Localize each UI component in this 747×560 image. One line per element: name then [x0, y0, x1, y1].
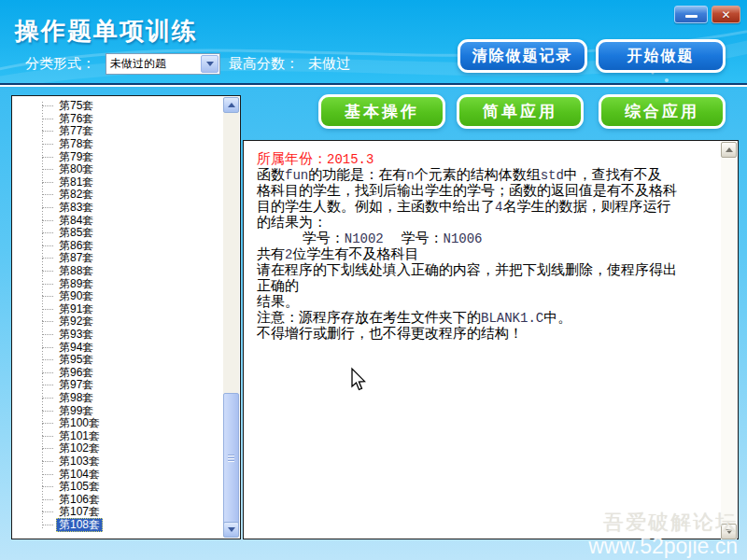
- set-list-item[interactable]: 第84套: [13, 214, 222, 227]
- question-line: 格科目的学生，找到后输出学生的学号；函数的返回值是有不及格科: [257, 183, 715, 199]
- tree-connector: [42, 525, 53, 525]
- tree-connector: [42, 385, 53, 385]
- scroll-down-button[interactable]: [721, 524, 737, 539]
- chevron-up-icon: [228, 103, 235, 107]
- tree-connector: [42, 284, 53, 285]
- chevron-down-icon: [206, 62, 214, 66]
- question-line: 共有2位学生有不及格科目: [257, 246, 715, 262]
- set-list-item[interactable]: 第99套: [13, 404, 222, 417]
- tree-connector: [42, 309, 53, 310]
- tree-connector: [42, 105, 53, 106]
- tree-connector: [42, 436, 53, 437]
- scroll-up-button[interactable]: [223, 97, 239, 113]
- clear-record-button[interactable]: 清除做题记录: [458, 39, 587, 73]
- set-list-item[interactable]: 第106套: [13, 493, 222, 506]
- tab-basic-operation[interactable]: 基本操作: [318, 94, 445, 129]
- scroll-down-button[interactable]: [223, 522, 239, 538]
- category-select[interactable]: 未做过的题: [106, 53, 220, 75]
- set-list-item[interactable]: 第95套: [13, 354, 222, 367]
- set-list-item[interactable]: 第75套: [13, 100, 222, 113]
- question-line: 请在程序的下划线处填入正确的内容，并把下划线删除，使程序得出: [257, 262, 715, 278]
- tree-connector: [42, 182, 53, 183]
- set-list: 第75套第76套第77套第78套第79套第80套第81套第82套第83套第84套…: [13, 100, 222, 537]
- question-line: 所属年份：2015.3: [257, 151, 715, 167]
- divider-highlight: [0, 85, 747, 87]
- question-line: 学号：N1002 学号：N1006: [257, 231, 715, 246]
- category-select-value: 未做过的题: [106, 56, 201, 72]
- set-list-item[interactable]: 第102套: [13, 442, 222, 455]
- question-panel: 所属年份：2015.3函数fun的功能是：在有n个元素的结构体数组std中，查找…: [243, 140, 739, 539]
- set-list-item[interactable]: 第81套: [13, 176, 222, 189]
- chevron-up-icon: [726, 147, 733, 152]
- tree-connector: [42, 411, 53, 412]
- set-list-item[interactable]: 第90套: [13, 290, 222, 303]
- tree-connector: [42, 511, 53, 512]
- set-list-item[interactable]: 第98套: [13, 392, 222, 405]
- set-list-item[interactable]: 第87套: [13, 252, 222, 265]
- set-list-item[interactable]: 第79套: [13, 150, 222, 163]
- chevron-down-icon: [228, 527, 235, 532]
- set-list-item[interactable]: 第83套: [13, 202, 222, 215]
- set-list-item[interactable]: 第85套: [13, 227, 222, 240]
- question-line: 函数fun的功能是：在有n个元素的结构体数组std中，查找有不及: [257, 167, 715, 183]
- tree-connector: [42, 207, 53, 208]
- set-list-item[interactable]: 第76套: [13, 113, 222, 126]
- start-exam-button[interactable]: 开始做题: [596, 39, 726, 73]
- category-label: 分类形式：: [25, 55, 95, 73]
- tree-connector: [42, 347, 53, 348]
- tree-connector: [42, 398, 53, 399]
- set-list-item[interactable]: 第93套: [13, 329, 222, 342]
- content-scrollbar[interactable]: [721, 142, 737, 539]
- close-button[interactable]: ✕: [712, 6, 740, 23]
- question-line: 注意：源程序存放在考生文件夹下的BLANK1.C中。: [257, 310, 715, 326]
- set-list-item[interactable]: 第89套: [13, 277, 222, 290]
- set-list-item[interactable]: 第108套: [13, 519, 222, 532]
- close-icon: ✕: [721, 9, 730, 21]
- combo-dropdown-button[interactable]: [201, 55, 218, 73]
- tree-connector: [42, 334, 53, 335]
- app-title: 操作题单项训练: [15, 15, 198, 48]
- window: 操作题单项训练 ✕ 分类形式： 未做过的题 最高分数： 未做过 清除做题记录 开…: [0, 0, 747, 560]
- set-list-item[interactable]: 第94套: [13, 341, 222, 354]
- tree-connector: [42, 499, 53, 500]
- tree-connector: [42, 169, 53, 170]
- scrollbar-thumb[interactable]: [223, 393, 239, 525]
- list-scrollbar[interactable]: [223, 97, 239, 538]
- set-list-item[interactable]: 第101套: [13, 429, 222, 442]
- set-list-item[interactable]: 第100套: [13, 417, 222, 430]
- set-list-item[interactable]: 第82套: [13, 189, 222, 202]
- tab-simple-application[interactable]: 简单应用: [457, 94, 584, 129]
- set-list-item[interactable]: 第104套: [13, 468, 222, 481]
- tree-connector: [42, 461, 53, 462]
- set-list-item[interactable]: 第103套: [13, 455, 222, 469]
- tree-connector: [42, 131, 53, 132]
- question-line: 结果。: [257, 294, 715, 310]
- tree-connector: [42, 258, 53, 259]
- set-list-item[interactable]: 第88套: [13, 265, 222, 278]
- tree-connector: [42, 486, 53, 487]
- question-line: 目的学生人数。例如，主函数中给出了4名学生的数据，则程序运行: [257, 199, 715, 215]
- tree-connector: [42, 157, 53, 158]
- set-list-item[interactable]: 第96套: [13, 366, 222, 379]
- score-value: 未做过: [308, 55, 350, 73]
- minimize-icon: [685, 15, 698, 18]
- set-list-item[interactable]: 第77套: [13, 125, 222, 138]
- set-list-item[interactable]: 第78套: [13, 138, 222, 151]
- set-list-item[interactable]: 第107套: [13, 506, 222, 519]
- set-list-item[interactable]: 第105套: [13, 481, 222, 494]
- set-list-item[interactable]: 第86套: [13, 240, 222, 253]
- tree-connector: [42, 119, 53, 119]
- set-list-item[interactable]: 第80套: [13, 163, 222, 176]
- tab-comprehensive-application[interactable]: 综合应用: [599, 94, 726, 129]
- tree-connector: [42, 144, 53, 145]
- tree-connector: [42, 372, 53, 373]
- set-list-item[interactable]: 第91套: [13, 303, 222, 316]
- set-list-item[interactable]: 第97套: [13, 379, 222, 392]
- set-list-item[interactable]: 第92套: [13, 315, 222, 329]
- minimize-button[interactable]: [674, 6, 708, 23]
- set-list-panel: 第75套第76套第77套第78套第79套第80套第81套第82套第83套第84套…: [11, 95, 241, 539]
- title-bar: 操作题单项训练 ✕ 分类形式： 未做过的题 最高分数： 未做过 清除做题记录 开…: [0, 0, 747, 83]
- tree-connector: [42, 232, 53, 233]
- set-list-item-label: 第108套: [56, 518, 103, 532]
- scroll-up-button[interactable]: [721, 142, 737, 158]
